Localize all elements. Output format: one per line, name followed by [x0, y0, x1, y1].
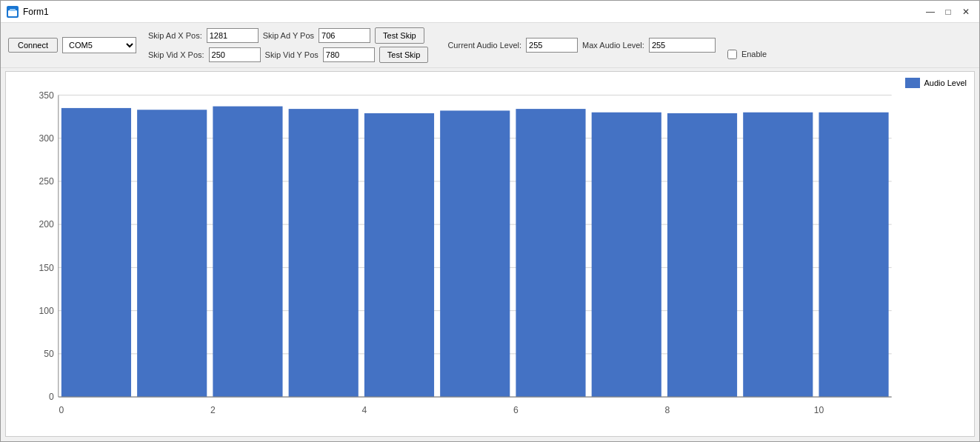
skip-vid-x-input[interactable] [209, 47, 261, 62]
toolbar: Connect COM5 COM1 COM2 COM3 COM4 Skip Ad… [1, 23, 979, 68]
app-icon [7, 6, 19, 18]
skip-vid-x-label: Skip Vid X Pos: [148, 50, 204, 59]
svg-rect-19 [61, 108, 131, 397]
main-window: Form1 — □ ✕ Connect COM5 COM1 COM2 COM3 … [0, 0, 980, 442]
title-bar: Form1 — □ ✕ [1, 1, 979, 23]
test-skip-ad-button[interactable]: Test Skip [375, 27, 424, 44]
svg-rect-26 [592, 113, 661, 397]
chart-svg: 0501001502002503003500246810 [13, 79, 967, 429]
test-skip-vid-button[interactable]: Test Skip [379, 47, 429, 63]
title-bar-left: Form1 [7, 6, 49, 18]
skip-fields: Skip Ad X Pos: Skip Ad Y Pos Test Skip S… [148, 27, 428, 63]
svg-text:300: 300 [39, 133, 53, 144]
svg-rect-2 [10, 9, 16, 11]
skip-vid-y-label: Skip Vid Y Pos [265, 50, 319, 59]
com-select[interactable]: COM5 COM1 COM2 COM3 COM4 [62, 37, 136, 53]
svg-text:350: 350 [39, 90, 53, 100]
max-audio-input[interactable] [649, 38, 716, 53]
enable-group-wrapper: Enable [727, 32, 767, 59]
chart-container: Audio Level 0501001502002503003500246810 [5, 71, 975, 437]
svg-text:0: 0 [59, 404, 64, 415]
skip-vid-row: Skip Vid X Pos: Skip Vid Y Pos Test Skip [148, 47, 428, 63]
svg-rect-23 [364, 113, 434, 397]
svg-rect-27 [667, 113, 737, 397]
svg-rect-21 [213, 107, 282, 397]
skip-ad-y-label: Skip Ad Y Pos [263, 31, 314, 40]
svg-text:8: 8 [665, 404, 670, 415]
svg-text:4: 4 [362, 404, 367, 415]
svg-rect-28 [743, 113, 813, 397]
chart-inner: 0501001502002503003500246810 [13, 79, 967, 429]
svg-text:10: 10 [814, 404, 824, 415]
skip-ad-x-label: Skip Ad X Pos: [148, 31, 202, 40]
svg-rect-1 [8, 10, 17, 16]
max-audio-label: Max Audio Level: [582, 41, 644, 50]
skip-ad-y-input[interactable] [319, 28, 370, 43]
connect-button[interactable]: Connect [8, 38, 58, 53]
svg-rect-24 [440, 110, 510, 397]
maximize-button[interactable]: □ [941, 4, 956, 19]
skip-ad-x-input[interactable] [207, 28, 259, 43]
svg-text:200: 200 [39, 219, 53, 230]
enable-checkbox[interactable] [727, 50, 737, 59]
close-button[interactable]: ✕ [959, 4, 973, 19]
minimize-button[interactable]: — [923, 4, 938, 19]
current-audio-label: Current Audio Level: [447, 41, 521, 50]
svg-text:250: 250 [39, 176, 53, 187]
svg-text:6: 6 [513, 404, 519, 415]
svg-rect-20 [137, 110, 207, 397]
enable-label: Enable [741, 50, 767, 58]
svg-text:150: 150 [39, 262, 53, 272]
connect-group: Connect COM5 COM1 COM2 COM3 COM4 [8, 37, 136, 53]
audio-level-group: Current Audio Level: Max Audio Level: [447, 38, 715, 53]
svg-text:0: 0 [49, 392, 54, 402]
svg-rect-22 [289, 109, 359, 397]
svg-text:100: 100 [39, 306, 53, 316]
svg-rect-29 [819, 113, 888, 397]
title-bar-controls: — □ ✕ [923, 4, 973, 19]
window-title: Form1 [23, 7, 49, 17]
skip-vid-y-input[interactable] [323, 47, 375, 62]
skip-ad-row: Skip Ad X Pos: Skip Ad Y Pos Test Skip [148, 27, 428, 44]
svg-text:50: 50 [44, 349, 54, 359]
current-audio-input[interactable] [526, 38, 578, 53]
svg-text:2: 2 [210, 404, 216, 415]
svg-rect-25 [516, 109, 585, 397]
enable-group: Enable [727, 50, 767, 59]
